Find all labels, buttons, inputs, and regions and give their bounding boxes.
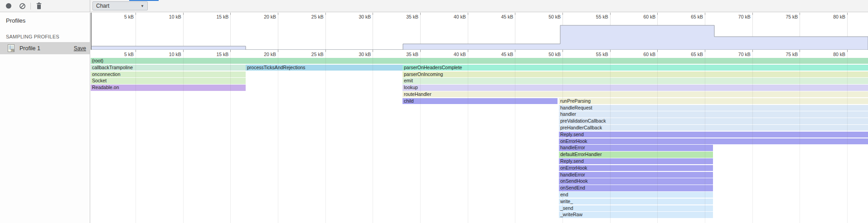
flame-ruler-label: 65 kB [676, 52, 703, 57]
record-button[interactable] [4, 1, 13, 10]
block-icon [19, 3, 26, 9]
flame-ruler-tick [420, 50, 421, 52]
flame-ruler-tick [657, 50, 658, 52]
flame-ruler-tick [373, 50, 373, 52]
flame-frame[interactable]: parserOnIncoming [402, 71, 868, 77]
view-mode-value: Chart [96, 3, 109, 9]
flame-frame[interactable]: preHandlerCallback [559, 125, 868, 131]
flame-ruler-label: 70 kB [723, 52, 751, 57]
flame-ruler-tick [278, 50, 278, 52]
flame-frame[interactable]: routeHandler [402, 91, 868, 97]
flame-frame[interactable]: runPreParsing [559, 98, 868, 104]
sidebar-heading: Profiles [0, 13, 90, 24]
flame-frame[interactable]: defaultErrorHandler [559, 152, 713, 157]
flame-ruler-tick [515, 50, 515, 52]
delete-profile-button[interactable] [34, 1, 44, 10]
flame-ruler-label: 25 kB [296, 52, 324, 57]
flame-frame[interactable]: handleRequest [559, 105, 868, 111]
flame-ruler-tick [752, 50, 753, 52]
flame-ruler-tick [325, 50, 326, 52]
flame-chart-ruler: 5 kB10 kB15 kB20 kB25 kB30 kB35 kB40 kB4… [91, 50, 868, 58]
flame-ruler-label: 40 kB [439, 52, 466, 57]
flame-chart-rows: (root)callbackTrampolineprocessTicksAndR… [91, 58, 868, 223]
flame-ruler-label: 30 kB [344, 52, 371, 57]
active-tab-underline [129, 0, 159, 1]
flame-frame[interactable]: onconnection [91, 71, 246, 77]
flame-ruler-label: 45 kB [486, 52, 513, 57]
toolbar-left-group [0, 0, 90, 12]
flame-ruler-tick [468, 50, 468, 52]
flame-frame[interactable]: handleError [559, 145, 713, 151]
flame-frame[interactable]: child [402, 98, 558, 104]
view-mode-select[interactable]: Chart ▼ [92, 1, 148, 10]
sampling-profiles-section-label: SAMPLING PROFILES [0, 24, 90, 42]
flame-ruler-tick [136, 50, 136, 52]
flame-frame[interactable]: onErrorHook [559, 138, 868, 144]
overview-window-left-handle[interactable] [91, 13, 92, 50]
flame-ruler-label: 60 kB [628, 52, 655, 57]
flame-frame[interactable]: Socket [91, 78, 246, 84]
flame-frame[interactable]: _send [559, 205, 713, 211]
flame-ruler-tick [800, 50, 800, 52]
svg-text:%: % [11, 49, 14, 52]
flame-frame[interactable]: onSendEnd [559, 185, 713, 191]
heap-overview-pane[interactable]: 5 kB10 kB15 kB20 kB25 kB30 kB35 kB40 kB4… [91, 13, 868, 50]
flame-ruler-label: 35 kB [391, 52, 418, 57]
profile-name: Profile 1 [19, 45, 74, 52]
flame-frame[interactable]: callbackTrampoline [91, 65, 246, 71]
heap-overview-area [91, 13, 868, 50]
flame-chart-pane: 5 kB10 kB15 kB20 kB25 kB30 kB35 kB40 kB4… [91, 13, 868, 223]
flame-frame[interactable]: lookup [402, 85, 868, 90]
flame-ruler-label: 5 kB [107, 52, 134, 57]
sampling-profile-icon: % [7, 44, 15, 52]
flame-frame[interactable]: write_ [559, 199, 713, 204]
sidebar-item-profile-1[interactable]: % Profile 1 Save [0, 42, 90, 54]
flame-frame[interactable]: Reply.send [559, 158, 713, 164]
flame-ruler-label: 20 kB [249, 52, 276, 57]
trash-icon [36, 2, 42, 9]
flame-frame[interactable]: (root) [91, 58, 868, 64]
save-profile-link[interactable]: Save [74, 45, 86, 52]
flame-ruler-label: 10 kB [154, 52, 181, 57]
flame-ruler-label: 55 kB [581, 52, 608, 57]
flame-ruler-label: 15 kB [201, 52, 228, 57]
flame-ruler-label: 80 kB [818, 52, 845, 57]
flame-ruler-tick [610, 50, 611, 52]
flame-frame[interactable]: onErrorHook [559, 165, 713, 171]
flame-ruler-tick [183, 50, 184, 52]
flame-ruler-label: 50 kB [533, 52, 561, 57]
toolbar-separator [30, 3, 31, 9]
flame-frame[interactable]: preValidationCallback [559, 118, 868, 124]
profiles-sidebar: Profiles SAMPLING PROFILES % Profile 1 S… [0, 13, 90, 223]
flame-frame[interactable]: end [559, 192, 713, 198]
flame-frame[interactable]: onSendHook [559, 178, 713, 184]
flame-ruler-tick [705, 50, 705, 52]
flame-ruler-tick [563, 50, 563, 52]
chevron-down-icon: ▼ [141, 4, 144, 8]
flame-frame[interactable]: Readable.on [91, 85, 246, 90]
flame-ruler-tick [847, 50, 848, 52]
flame-frame[interactable]: emit [402, 78, 868, 84]
devtools-memory-panel: Chart ▼ Profiles SAMPLING PROFILES % Pro… [0, 0, 868, 223]
flame-frame[interactable]: processTicksAndRejections [246, 65, 402, 71]
flame-frame[interactable]: parserOnHeadersComplete [402, 65, 868, 71]
profiler-toolbar: Chart ▼ [0, 0, 868, 12]
flame-ruler-tick [230, 50, 231, 52]
flame-ruler-label: 75 kB [771, 52, 798, 57]
flame-frame[interactable]: handler [559, 111, 868, 117]
flame-frame[interactable]: Reply.send [559, 132, 868, 138]
flame-frame[interactable]: handleError [559, 172, 713, 178]
flame-frame[interactable]: _writeRaw [559, 212, 713, 218]
clear-profiles-button[interactable] [18, 1, 27, 10]
record-icon [6, 3, 11, 9]
